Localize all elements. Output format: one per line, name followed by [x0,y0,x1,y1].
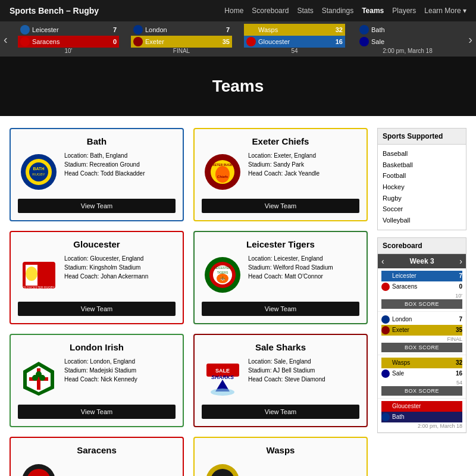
week-nav: ‹ Week 3 › [378,254,466,268]
team-card-exeter: Exeter Chiefs EXETER RUGBY Chiefs Locati… [193,128,368,221]
score-next-arrow[interactable]: › [468,32,472,46]
nav-scoreboard[interactable]: Scoreboard [252,7,289,15]
bath-info: Location: Bath, EnglandStadium: Recreati… [64,151,176,193]
sb-game2-boxscore[interactable]: BOX SCORE [381,343,462,352]
score-game-3: Wasps 32 Gloucester 16 54 [244,24,345,54]
main-content: Bath BATH RUGBY Location: Bath, EnglandS… [0,116,476,476]
wasps-logo-svg: W [203,462,242,477]
svg-point-28 [39,375,45,381]
team-card-body-gloucester: GLOUCESTER RUGBY Location: Gloucester, E… [18,254,176,296]
view-team-bath[interactable]: View Team [18,199,176,213]
sb-game4-team2: Bath [381,412,462,422]
team-name-sale: Sale Sharks [255,342,306,352]
score-game2-team2: Exeter 35 [131,36,232,48]
nav-teams[interactable]: Teams [362,7,384,15]
leicester-logo-sm [20,25,30,35]
score-game1-team2: Saracens 0 [18,36,119,48]
sb-game3-team1: Wasps 32 [381,358,462,368]
sb-game3-status: 54 [381,379,462,386]
sb-game1-boxscore[interactable]: BOX SCORE [381,299,462,309]
team-card-wasps: Wasps W [193,437,368,476]
sb-game1-team1: Leicester 7 [381,271,462,281]
wasps-logo-area: W [202,460,243,476]
london-irish-info: Location: London, EnglandStadium: Madejs… [64,357,176,399]
week-prev-btn[interactable]: ‹ [381,256,384,266]
sb-sale-logo [381,369,390,378]
sb-game1-team2: Saracens 0 [381,281,462,292]
sb-game-2: London 7 Exeter 35 FINAL BOX SCORE [378,312,466,355]
svg-point-33 [211,389,234,396]
team-card-body-exeter: EXETER RUGBY Chiefs Location: Exeter, En… [202,151,359,193]
gloucester-logo-sm-top [246,37,256,46]
bath-logo-sm-top [359,25,369,35]
top-nav: Sports Bench – Rugby Home Scoreboard Sta… [0,0,476,21]
view-team-leicester[interactable]: View Team [202,302,359,316]
nav-learn-more[interactable]: Learn More ▾ [424,7,466,15]
team-name-wasps: Wasps [267,445,295,455]
team-card-body-wasps: W [202,460,359,476]
sb-game1-status: 10' [381,292,462,299]
nav-home[interactable]: Home [224,7,243,15]
london-irish-logo-svg [20,359,58,397]
team-card-body-saracens: S [18,460,176,476]
score-game3-status: 54 [291,48,298,54]
sale-logo-svg: SALE SHARKS [203,359,242,397]
svg-text:LEICESTER: LEICESTER [214,266,231,270]
nav-players[interactable]: Players [392,7,416,15]
leicester-logo-area: LEICESTER TIGERS 🐯 [202,254,243,296]
team-name-bath: Bath [87,136,107,146]
week-next-btn[interactable]: › [459,256,462,266]
svg-rect-12 [40,265,52,286]
score-game4-team1: Bath [357,24,458,36]
team-card-gloucester: Gloucester GLOUCESTER RUGBY Location: Gl… [10,231,184,324]
team-card-body-bath: BATH RUGBY Location: Bath, EnglandStadiu… [18,151,176,193]
view-team-london-irish[interactable]: View Team [18,405,176,419]
team-card-bath: Bath BATH RUGBY Location: Bath, EnglandS… [10,128,184,221]
sb-exeter-logo [381,326,390,334]
exeter-logo-svg: EXETER RUGBY Chiefs [203,153,242,192]
nav-links: Home Scoreboard Stats Standings Teams Pl… [224,7,466,15]
score-bar: ‹ Leicester 7 Saracens 0 10' London 7 [0,21,476,57]
scoreboard-title: Scoreboard [378,238,466,254]
team-name-saracens: Saracens [77,445,117,455]
sb-bath-logo [381,413,390,421]
saracens-logo-svg: S [20,462,58,477]
nav-standings[interactable]: Standings [322,7,353,15]
svg-text:BATH: BATH [33,167,44,171]
sport-baseball: Baseball [383,148,461,159]
teams-grid: Bath BATH RUGBY Location: Bath, EnglandS… [10,128,368,476]
saracens-logo-area: S [18,460,60,476]
score-game2-team1: London 7 [131,24,232,36]
sb-gloucester-logo [381,402,390,411]
saracens-logo-sm [20,37,30,46]
sale-logo-area: SALE SHARKS [202,357,243,399]
score-game3-team2: Gloucester 16 [244,36,345,48]
wasps-logo-sm [246,25,256,35]
svg-text:SHARKS: SHARKS [211,374,233,380]
bath-logo-area: BATH RUGBY [18,151,60,193]
sb-saracens-logo [381,283,390,291]
sport-hockey: Hockey [383,181,461,193]
team-card-sale: Sale Sharks SALE SHARKS Location: Sale, … [193,334,368,427]
nav-stats[interactable]: Stats [297,7,313,15]
sb-game3-team2: Sale 16 [381,368,462,379]
london-irish-logo-area [18,357,60,399]
sport-soccer: Soccer [383,203,461,215]
exeter-logo-area: EXETER RUGBY Chiefs [202,151,243,193]
score-game1-status: 10' [64,48,72,54]
leicester-info: Location: Leicester, EnglandStadium: Wel… [248,254,359,296]
score-game4-team2: Sale [357,36,458,48]
page-title: Teams [212,77,264,96]
team-name-london-irish: London Irish [70,342,124,352]
score-game4-status: 2:00 pm, March 18 [383,48,432,54]
score-prev-arrow[interactable]: ‹ [4,32,8,46]
svg-text:SALE: SALE [215,368,229,374]
view-team-sale[interactable]: View Team [202,405,359,419]
score-game-2: London 7 Exeter 35 FINAL [131,24,232,54]
view-team-gloucester[interactable]: View Team [18,302,176,316]
sb-game3-boxscore[interactable]: BOX SCORE [381,386,462,396]
sidebar: Sports Supported Baseball Basketball Foo… [377,128,466,476]
view-team-exeter[interactable]: View Team [202,199,359,213]
gloucester-info: Location: Gloucester, EnglandStadium: Ki… [64,254,176,296]
sports-supported-title: Sports Supported [378,129,466,145]
